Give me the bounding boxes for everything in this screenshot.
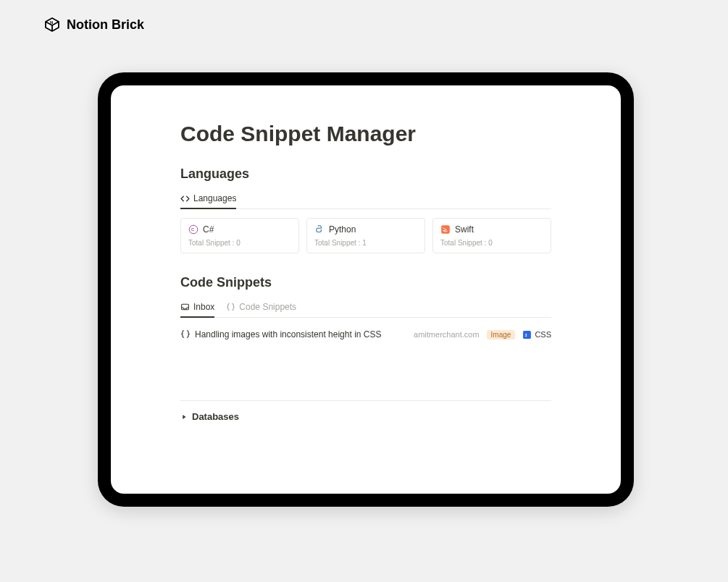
tab-code-snippets[interactable]: Code Snippets	[226, 302, 296, 318]
snippet-title: Handling images with inconsistent height…	[195, 329, 381, 340]
card-sub-csharp: Total Snippet : 0	[188, 239, 291, 247]
languages-tabs: Languages	[180, 193, 551, 209]
snippet-source: amitmerchant.com	[414, 330, 479, 339]
svg-text:N: N	[50, 20, 53, 25]
svg-point-3	[318, 227, 319, 227]
braces-icon	[180, 329, 191, 340]
card-sub-python: Total Snippet : 1	[314, 239, 417, 247]
tab-inbox[interactable]: Inbox	[180, 302, 214, 318]
tab-inbox-label: Inbox	[193, 302, 214, 312]
csharp-icon: C	[188, 224, 198, 235]
divider	[180, 400, 551, 401]
tab-languages-label: Languages	[193, 193, 236, 203]
snippets-heading: Code Snippets	[180, 275, 551, 290]
snippets-tabs: Inbox Code Snippets	[180, 302, 551, 318]
snippet-lang-label: CSS	[535, 330, 551, 339]
braces-icon	[226, 303, 235, 312]
triangle-right-icon	[180, 413, 188, 421]
tab-languages[interactable]: Languages	[180, 193, 236, 209]
inbox-icon	[180, 303, 190, 312]
page-title: Code Snippet Manager	[180, 122, 551, 146]
language-card-swift[interactable]: Swift Total Snippet : 0	[432, 218, 551, 253]
tab-code-snippets-label: Code Snippets	[239, 302, 296, 312]
languages-heading: Languages	[180, 166, 551, 182]
swift-icon	[440, 224, 451, 235]
brand-logo: N Notion Brick	[43, 16, 144, 33]
databases-label: Databases	[192, 411, 239, 422]
language-card-python[interactable]: Python Total Snippet : 1	[306, 218, 425, 253]
language-card-csharp[interactable]: C C# Total Snippet : 0	[180, 218, 299, 253]
card-title-python: Python	[329, 224, 356, 235]
card-title-csharp: C#	[203, 224, 214, 235]
svg-rect-6	[523, 331, 531, 339]
snippet-row[interactable]: Handling images with inconsistent height…	[180, 326, 551, 342]
screen: Code Snippet Manager Languages Languages…	[111, 85, 621, 494]
python-icon	[314, 224, 325, 235]
card-sub-swift: Total Snippet : 0	[440, 239, 543, 247]
language-cards: C C# Total Snippet : 0 Python Total Snip…	[180, 218, 551, 253]
svg-text:3: 3	[525, 333, 527, 337]
tablet-frame: Code Snippet Manager Languages Languages…	[98, 72, 634, 507]
databases-toggle[interactable]: Databases	[180, 411, 551, 422]
brand-name: Notion Brick	[67, 17, 144, 33]
brick-icon: N	[43, 16, 61, 33]
css-icon: 3	[522, 330, 532, 340]
code-icon	[180, 194, 190, 203]
snippet-tag: Image	[487, 330, 516, 340]
card-title-swift: Swift	[455, 224, 474, 235]
snippet-lang: 3 CSS	[522, 330, 551, 340]
